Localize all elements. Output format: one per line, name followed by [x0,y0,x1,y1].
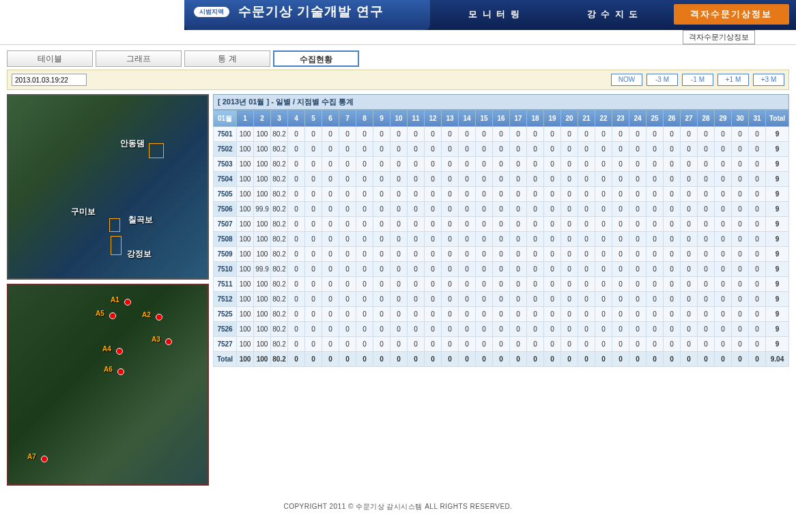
cell: 0 [749,202,766,217]
cell: 80.2 [271,127,288,142]
nav-item-1[interactable]: 강 수 지 도 [555,4,670,25]
map-dot-A1[interactable] [124,299,131,306]
cell: 0 [288,352,305,367]
cell: 0 [681,322,698,337]
cell: 100 [237,337,254,352]
cell: 0 [339,187,356,202]
cell: 99.9 [254,262,271,277]
cell: 0 [356,142,373,157]
cell: 0 [578,277,595,292]
cell: 0 [629,232,646,247]
map-dot-label-A2: A2 [142,311,151,319]
map-dot-A2[interactable] [156,314,162,321]
cell: 0 [715,127,732,142]
cell: 0 [339,352,356,367]
tab-0[interactable]: 테이블 [7,50,93,67]
tab-1[interactable]: 그래프 [96,50,182,67]
map-marker-box-2[interactable] [111,236,122,255]
table-row: 750810010080.200000000000000000000000000… [214,232,789,247]
col-day-8: 8 [356,110,373,127]
map-dot-A5[interactable] [109,312,116,319]
cell: 0 [339,172,356,187]
table-row: 750610099.980.20000000000000000000000000… [214,202,789,217]
cell: 0 [646,187,664,202]
cell: 0 [681,217,698,232]
cell: 0 [390,172,408,187]
cell: 0 [305,142,322,157]
cell: 0 [595,352,612,367]
date-input[interactable] [12,74,87,86]
cell-total: 9 [766,202,789,217]
cell: 0 [681,127,698,142]
time-button-1[interactable]: -3 M [646,74,678,86]
cell: 0 [749,322,766,337]
nav-item-2[interactable]: 격자수문기상정보 [674,4,789,25]
cell: 0 [732,247,749,262]
cell: 0 [544,322,561,337]
cell: 0 [288,217,305,232]
cell: 0 [527,142,544,157]
map-region[interactable]: 안동댐구미보칠곡보강정보 [7,94,209,280]
time-button-4[interactable]: +3 M [753,74,784,86]
cell: 0 [305,322,322,337]
cell: 0 [527,292,544,307]
time-button-3[interactable]: +1 M [717,74,749,86]
cell: 0 [664,142,681,157]
cell: 0 [356,262,373,277]
cell: 0 [612,232,629,247]
cell: 0 [612,292,629,307]
cell: 0 [510,187,527,202]
cell-total: 9 [766,217,789,232]
row-total: Total10010080.20000000000000000000000000… [214,352,789,367]
cell: 0 [681,142,698,157]
time-button-0[interactable]: NOW [611,74,642,86]
cell: 0 [408,172,425,187]
tab-2[interactable]: 통 계 [184,50,270,67]
cell: 99.9 [254,202,271,217]
cell: 0 [527,322,544,337]
cell: 0 [664,262,681,277]
map-satellite[interactable]: A1A5A2A3A4A6A7 [7,284,209,486]
cell: 0 [476,157,493,172]
cell: 0 [595,277,612,292]
col-day-6: 6 [322,110,339,127]
cell: 0 [390,277,408,292]
cell: 0 [732,322,749,337]
subnav-item[interactable]: 격자수문기상정보 [683,30,755,44]
cell: 0 [715,247,732,262]
cell: 0 [442,187,459,202]
map-dot-A4[interactable] [116,348,123,355]
cell: 0 [356,217,373,232]
cell-total: 9.04 [766,352,789,367]
cell: 0 [698,217,715,232]
map-dot-A6[interactable] [117,368,124,375]
cell: 100 [254,247,271,262]
table-row: 751010099.980.20000000000000000000000000… [214,262,789,277]
time-button-2[interactable]: -1 M [682,74,713,86]
tab-3[interactable]: 수집현황 [273,50,359,67]
cell: 0 [578,307,595,322]
col-day-21: 21 [578,110,595,127]
cell: 0 [339,217,356,232]
cell: 0 [442,337,459,352]
col-day-1: 1 [237,110,254,127]
map-dot-A3[interactable] [165,338,172,345]
cell: 0 [629,142,646,157]
cell: 0 [510,127,527,142]
nav-item-0[interactable]: 모 니 터 링 [437,4,552,25]
cell: 80.2 [271,217,288,232]
cell: 100 [254,157,271,172]
cell: 0 [305,187,322,202]
cell: 0 [578,157,595,172]
cell: 0 [681,202,698,217]
cell: 0 [425,127,442,142]
cell: 0 [510,247,527,262]
map-marker-box-1[interactable] [109,218,120,232]
table-row: 750210010080.200000000000000000000000000… [214,142,789,157]
map-marker-box-0[interactable] [149,143,164,158]
cell: 100 [254,292,271,307]
map-dot-A7[interactable] [41,456,48,462]
cell: 80.2 [271,202,288,217]
cell: 0 [749,142,766,157]
cell: 80.2 [271,172,288,187]
